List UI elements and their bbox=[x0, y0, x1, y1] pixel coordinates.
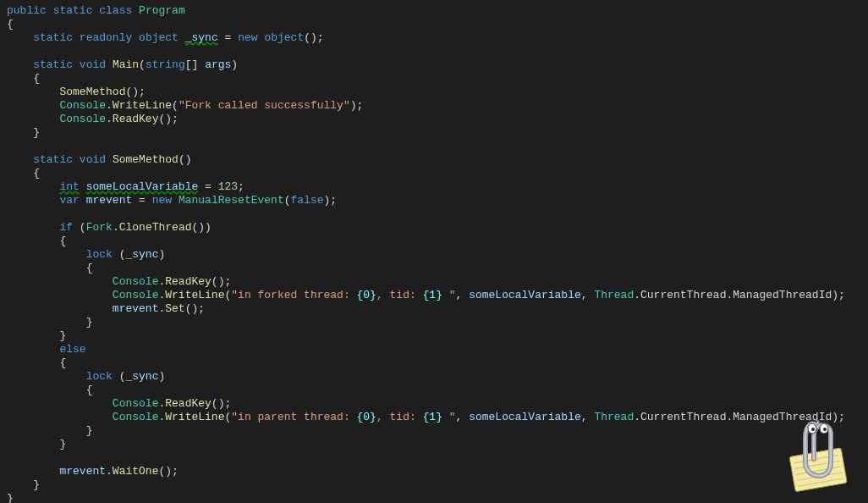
code-line: mrevent.WaitOne(); bbox=[7, 465, 179, 478]
code-line: mrevent.Set(); bbox=[7, 302, 205, 315]
code-line: } bbox=[7, 492, 14, 503]
clippy-assistant-icon[interactable] bbox=[775, 410, 860, 495]
code-line: static readonly object _sync = new objec… bbox=[7, 31, 324, 44]
code-line: } bbox=[7, 316, 92, 329]
code-line: Console.ReadKey(); bbox=[7, 397, 231, 410]
code-line: } bbox=[7, 478, 40, 491]
code-line: { bbox=[7, 72, 40, 85]
svg-rect-0 bbox=[789, 448, 847, 492]
code-line: } bbox=[7, 424, 92, 437]
code-line: Console.WriteLine("in forked thread: {0}… bbox=[7, 289, 845, 301]
code-line: Console.WriteLine("Fork called successfu… bbox=[7, 99, 363, 112]
code-line: int someLocalVariable = 123; bbox=[7, 180, 244, 193]
code-line: { bbox=[7, 235, 66, 247]
code-line: SomeMethod(); bbox=[7, 86, 146, 98]
code-line: { bbox=[7, 18, 14, 30]
code-line: } bbox=[7, 329, 66, 342]
svg-point-8 bbox=[811, 428, 815, 431]
code-line: { bbox=[7, 167, 40, 180]
code-line: static void SomeMethod() bbox=[7, 153, 192, 166]
svg-point-9 bbox=[823, 428, 827, 431]
code-line: static void Main(string[] args) bbox=[7, 58, 238, 71]
code-line: var mrevent = new ManualResetEvent(false… bbox=[7, 194, 337, 207]
code-line: Console.ReadKey(); bbox=[7, 275, 231, 288]
code-line: else bbox=[7, 343, 86, 356]
code-line: lock (_sync) bbox=[7, 370, 165, 383]
code-line: { bbox=[7, 384, 92, 396]
code-line: } bbox=[7, 438, 66, 450]
code-line: public static class Program bbox=[7, 4, 185, 17]
code-line: lock (_sync) bbox=[7, 248, 165, 261]
code-line: { bbox=[7, 262, 92, 274]
code-line: } bbox=[7, 126, 40, 139]
code-line: Console.WriteLine("in parent thread: {0}… bbox=[7, 411, 845, 423]
code-line: if (Fork.CloneThread()) bbox=[7, 221, 212, 234]
code-editor[interactable]: public static class Program { static rea… bbox=[7, 4, 861, 503]
code-line: { bbox=[7, 357, 66, 369]
code-line: Console.ReadKey(); bbox=[7, 113, 179, 125]
